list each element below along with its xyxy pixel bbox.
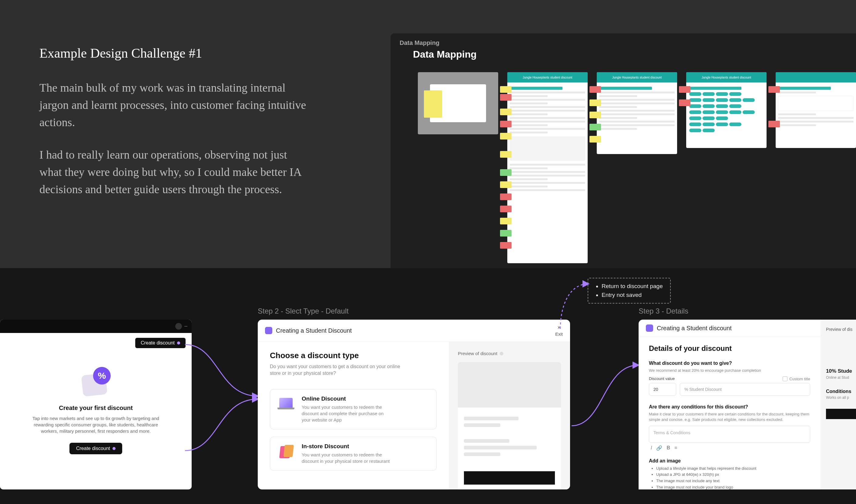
exit-callout: Return to discount page Entry not saved xyxy=(588,278,671,304)
thumb-header: Jungle Houseplants student discount xyxy=(507,72,588,83)
question-discount: What discount do you want to give? xyxy=(649,361,810,366)
presentation-top: Example Design Challenge #1 The main bul… xyxy=(0,0,856,268)
card2-title: Creating a Student Discount xyxy=(276,327,352,334)
option-online-title: Online Discount xyxy=(302,395,393,402)
card3-title: Creating a Student discount xyxy=(657,325,732,332)
card2-sub: Do you want your customers to get a disc… xyxy=(270,363,403,377)
step-2-label: Step 2 - Slect Type - Default xyxy=(258,307,349,316)
shopping-bag-icon xyxy=(278,443,295,460)
mapping-thumb-0[interactable] xyxy=(418,72,498,134)
data-mapping-panel: Data Mapping Data Mapping Jungle Housepl… xyxy=(391,33,856,268)
flow-arrow-2 xyxy=(570,362,640,429)
card1-blurb: Tap into new markets and see up to 6x gr… xyxy=(32,415,160,434)
flow-arrow-1 xyxy=(182,344,261,454)
card2-header: Creating a Student Discount Exit xyxy=(258,320,570,342)
mapping-thumb-2[interactable]: Jungle Houseplants student discount xyxy=(597,72,677,154)
preview-pane-3: Preview of dis 10% Stude Online at Stud … xyxy=(821,320,856,489)
mapping-thumb-4[interactable] xyxy=(775,72,856,148)
preview-title: 10% Stude xyxy=(826,368,856,374)
option-instore-body: You want your customers to redeem the di… xyxy=(302,452,393,464)
question-conditions: Are there any conditions for this discou… xyxy=(649,404,810,410)
req-3: The image must not include any text xyxy=(656,478,810,484)
callout-line-1: Return to discount page xyxy=(602,282,663,291)
card1-topbar xyxy=(0,320,192,333)
terms-textarea[interactable]: Terms & Conditions xyxy=(649,426,810,443)
card1-heading: Create your first discount xyxy=(59,404,132,412)
mapping-thumb-1[interactable]: Jungle Houseplants student discount xyxy=(507,72,588,263)
label-discount-value: Discount value xyxy=(649,376,675,381)
question-image: Add an image xyxy=(649,458,810,464)
option-online[interactable]: Online Discount You want your customers … xyxy=(270,389,436,429)
percent-icon: % xyxy=(82,368,109,395)
image-requirements: Upload a lifestyle image that helps repr… xyxy=(649,466,810,489)
connector-dot-icon xyxy=(177,341,180,344)
intro-paragraph-1: The main bulk of my work was in translat… xyxy=(39,79,312,131)
req-2: Upload a JPG at 640(w) x 320(h) px xyxy=(656,471,810,478)
discount-title-input[interactable]: % Student Discount xyxy=(680,383,810,396)
panel-title: Data Mapping xyxy=(413,49,856,60)
bold-icon[interactable]: B xyxy=(666,445,670,451)
cta-label: Create discount xyxy=(76,446,110,451)
intro-title: Example Design Challenge #1 xyxy=(39,46,312,61)
card2-heading: Choose a discount type xyxy=(270,351,436,360)
link-icon[interactable]: 🔗 xyxy=(656,445,662,451)
preview-label-3: Preview of dis xyxy=(826,327,856,332)
preview-pane: Preview of discount xyxy=(449,342,570,489)
step-3-label: Step 3 - Details xyxy=(639,307,688,316)
preview-conditions-sub: Works on all p xyxy=(826,395,856,400)
preview-card xyxy=(458,362,561,489)
card3-heading: Details of your discount xyxy=(649,344,810,353)
create-discount-pill[interactable]: Create discount xyxy=(135,338,185,348)
list-icon[interactable]: ≡ xyxy=(674,445,677,451)
connector-dot-icon xyxy=(112,447,115,450)
thumb-header xyxy=(775,72,856,83)
step-3-card: Creating a Student discount Details of y… xyxy=(639,320,856,489)
preview-conditions-title: Conditions xyxy=(826,389,856,394)
app-icon xyxy=(265,327,272,334)
flow-section: Create discount % Create your first disc… xyxy=(0,268,856,504)
card3-header: Creating a Student discount xyxy=(639,320,821,337)
req-4: The image must not include your brand lo… xyxy=(656,484,810,489)
intro-paragraph-2: I had to really learn our operations, ob… xyxy=(39,146,312,198)
hint-conditions: Make it clear to your customers if there… xyxy=(649,412,810,422)
step-1-card: Create discount % Create your first disc… xyxy=(0,320,192,489)
callout-line-2: Entry not saved xyxy=(602,291,663,300)
create-discount-button[interactable]: Create discount xyxy=(69,443,122,454)
thumb-header: Jungle Houseplants student discount xyxy=(686,72,767,83)
hint-discount: We recommend at least 20% to encourage p… xyxy=(649,368,810,373)
discount-value-input[interactable]: 20 xyxy=(649,383,676,396)
pill-label: Create discount xyxy=(141,340,175,346)
option-instore[interactable]: In-store Discount You want your customer… xyxy=(270,437,436,471)
app-icon xyxy=(646,324,653,332)
step-2-card: Creating a Student Discount Exit Choose … xyxy=(258,320,570,489)
preview-image-placeholder xyxy=(458,362,561,408)
mapping-thumb-3[interactable]: Jungle Houseplants student discount xyxy=(686,72,767,148)
preview-sub: Online at Stud xyxy=(826,375,856,380)
intro-text: Example Design Challenge #1 The main bul… xyxy=(39,46,312,213)
thumb-header: Jungle Houseplants student discount xyxy=(597,72,677,83)
req-1: Upload a lifestyle image that helps repr… xyxy=(656,466,810,472)
avatar-icon[interactable] xyxy=(175,323,182,330)
preview-cta-bar xyxy=(826,409,856,419)
mapping-thumbnails: Jungle Houseplants student discount xyxy=(418,72,856,263)
preview-cta-placeholder xyxy=(464,471,555,485)
preview-label: Preview of discount xyxy=(458,351,561,356)
option-instore-title: In-store Discount xyxy=(302,443,393,450)
text-toolbar: I 🔗 B ≡ xyxy=(649,445,810,451)
option-online-body: You want your customers to redeem the di… xyxy=(302,404,393,423)
custom-title-checkbox[interactable]: Custom title xyxy=(783,376,810,381)
exit-button[interactable]: Exit xyxy=(555,324,563,337)
italic-icon[interactable]: I xyxy=(651,445,652,451)
percent-glyph: % xyxy=(93,367,111,384)
menu-icon[interactable] xyxy=(184,326,188,327)
panel-breadcrumb: Data Mapping xyxy=(400,39,856,47)
laptop-icon xyxy=(278,395,295,412)
